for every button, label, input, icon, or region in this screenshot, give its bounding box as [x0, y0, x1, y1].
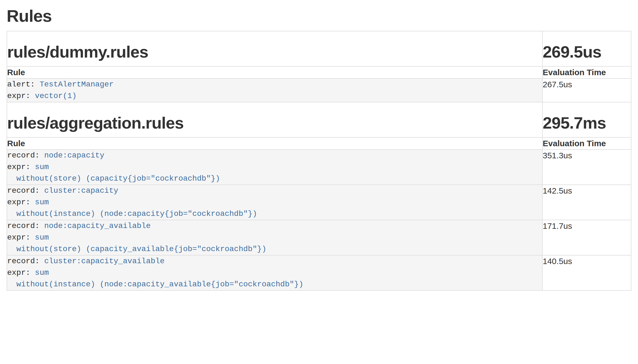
rule-keyword-expr: expr: [7, 163, 35, 171]
rule-code: record: node:capacity_available expr: su… [7, 220, 542, 255]
expr-link[interactable]: sum [35, 198, 49, 207]
rule-row: alert: TestAlertManager expr: vector(1) … [7, 78, 631, 102]
rule-code: record: cluster:capacity_available expr:… [7, 256, 542, 290]
rule-keyword-expr: expr: [7, 233, 35, 242]
rules-table: rules/dummy.rules 269.5us Rule Evaluatio… [7, 31, 631, 291]
rule-keyword-record: record: [7, 257, 44, 265]
rule-definition-cell: record: node:capacity expr: sum without(… [7, 150, 542, 185]
rule-keyword-record: record: [7, 186, 44, 195]
rule-definition-cell: record: cluster:capacity expr: sum witho… [7, 185, 542, 220]
group-file-title: rules/aggregation.rules [7, 114, 542, 132]
column-header-row: Rule Evaluation Time [7, 66, 631, 78]
expr-link[interactable]: vector(1) [35, 92, 77, 100]
expr-link[interactable]: sum [35, 233, 49, 242]
group-header-row: rules/aggregation.rules 295.7ms [7, 102, 631, 137]
expr-link[interactable]: sum [35, 163, 49, 171]
record-name-link[interactable]: node:capacity [44, 151, 104, 160]
rule-row: record: node:capacity_available expr: su… [7, 220, 631, 255]
rules-page: Rules rules/dummy.rules 269.5us Rule Eva… [7, 7, 631, 291]
rule-code: alert: TestAlertManager expr: vector(1) [7, 79, 542, 102]
rule-evaluation-time: 351.3us [542, 150, 631, 185]
record-name-link[interactable]: node:capacity_available [44, 222, 150, 230]
rule-code: record: node:capacity expr: sum without(… [7, 150, 542, 184]
group-total-evaluation-time: 269.5us [543, 43, 631, 61]
expr-link[interactable]: without(instance) (node:capacity{job="co… [7, 210, 257, 218]
column-header-row: Rule Evaluation Time [7, 137, 631, 150]
rule-evaluation-time: 142.5us [542, 185, 631, 220]
expr-link[interactable]: without(store) (capacity_available{job="… [7, 245, 266, 253]
group-file-title: rules/dummy.rules [7, 43, 542, 61]
page-title: Rules [7, 7, 631, 25]
rule-keyword-expr: expr: [7, 92, 35, 100]
rule-keyword-expr: expr: [7, 268, 35, 277]
group-total-time-cell: 295.7ms [542, 102, 631, 137]
rule-code: record: cluster:capacity expr: sum witho… [7, 185, 542, 220]
rule-keyword-expr: expr: [7, 198, 35, 207]
rule-definition-cell: record: node:capacity_available expr: su… [7, 220, 542, 255]
record-name-link[interactable]: cluster:capacity_available [44, 257, 164, 265]
record-name-link[interactable]: cluster:capacity [44, 186, 118, 195]
rule-evaluation-time: 140.5us [542, 255, 631, 290]
group-file-cell: rules/aggregation.rules [7, 102, 542, 137]
rule-keyword-record: record: [7, 222, 44, 230]
expr-link[interactable]: without(instance) (node:capacity_availab… [7, 280, 303, 289]
rule-evaluation-time: 171.7us [542, 220, 631, 255]
eval-time-column-header: Evaluation Time [542, 66, 631, 78]
expr-link[interactable]: without(store) (capacity{job="cockroachd… [7, 174, 220, 183]
group-file-cell: rules/dummy.rules [7, 31, 542, 66]
rule-row: record: cluster:capacity_available expr:… [7, 255, 631, 290]
group-total-evaluation-time: 295.7ms [543, 114, 631, 132]
rule-row: record: cluster:capacity expr: sum witho… [7, 185, 631, 220]
eval-time-column-header: Evaluation Time [542, 137, 631, 150]
rule-column-header: Rule [7, 137, 542, 150]
expr-link[interactable]: sum [35, 268, 49, 277]
group-total-time-cell: 269.5us [542, 31, 631, 66]
rule-keyword-record: record: [7, 151, 44, 160]
group-header-row: rules/dummy.rules 269.5us [7, 31, 631, 66]
rule-definition-cell: record: cluster:capacity_available expr:… [7, 255, 542, 290]
rule-column-header: Rule [7, 66, 542, 78]
rule-row: record: node:capacity expr: sum without(… [7, 150, 631, 185]
alert-name-link[interactable]: TestAlertManager [40, 80, 114, 89]
rule-evaluation-time: 267.5us [542, 78, 631, 102]
rule-keyword-alert: alert: [7, 80, 40, 89]
rule-definition-cell: alert: TestAlertManager expr: vector(1) [7, 78, 542, 102]
